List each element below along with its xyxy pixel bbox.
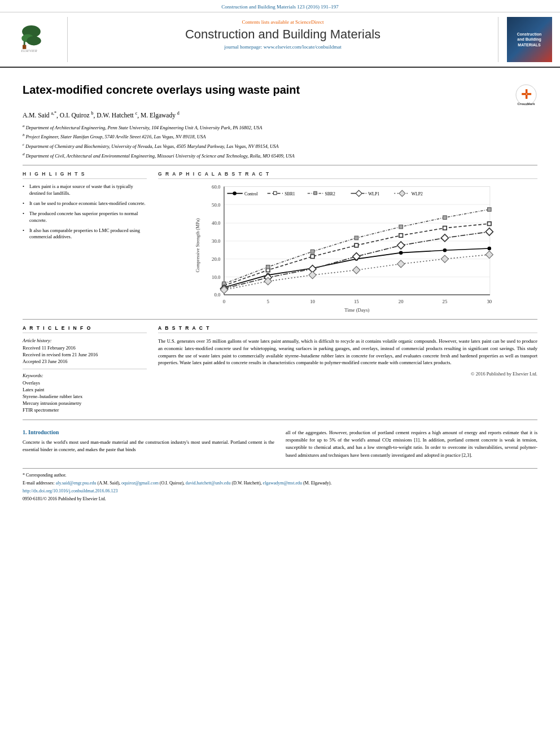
journal-header: ELSEVIER Contents lists available at Sci… — [0, 12, 560, 68]
authors-line: A.M. Said a,*, O.I. Quiroz b, D.W. Hatch… — [23, 111, 537, 119]
affiliation-b: b Project Engineer, Slater Hanifan Group… — [23, 132, 537, 141]
article-title: Latex-modified concrete overlays using w… — [23, 84, 300, 97]
body-col-right: all of the aggregates. However, producti… — [286, 429, 537, 459]
svg-text:5: 5 — [267, 299, 270, 305]
svg-text:ELSEVIER: ELSEVIER — [20, 49, 37, 53]
keyword-1: Overlays — [23, 380, 147, 386]
svg-text:20: 20 — [399, 299, 404, 305]
svg-text:✛: ✛ — [521, 88, 532, 102]
svg-text:0.0: 0.0 — [214, 292, 221, 298]
highlight-item-1: Latex paint is a major source of waste t… — [23, 184, 147, 197]
svg-point-3 — [27, 36, 41, 45]
affiliations: a Department of Architectural Engineerin… — [23, 123, 537, 159]
svg-text:30.0: 30.0 — [212, 238, 221, 244]
svg-text:50.0: 50.0 — [212, 202, 221, 208]
svg-text:40.0: 40.0 — [212, 221, 221, 226]
affiliation-c: c Department of Chemistry and Biochemist… — [23, 142, 537, 150]
corresponding-author-note: * Corresponding author. — [23, 472, 537, 478]
journal-center: Contents lists available at ScienceDirec… — [68, 17, 498, 62]
svg-text:20.0: 20.0 — [212, 256, 221, 262]
sciencedirect-line: Contents lists available at ScienceDirec… — [73, 19, 492, 25]
abstract-text: The U.S. generates over 35 million gallo… — [158, 338, 537, 366]
divider-3 — [23, 420, 537, 420]
abstract-heading: A B S T R A C T — [158, 325, 537, 333]
svg-point-41 — [488, 247, 492, 251]
body-col-left: 1. Introduction Concrete is the world's … — [23, 429, 274, 459]
svg-rect-77 — [314, 191, 317, 194]
abstract-copyright: © 2016 Published by Elsevier Ltd. — [158, 371, 537, 377]
svg-text:15: 15 — [354, 299, 359, 305]
svg-rect-53 — [399, 225, 403, 229]
svg-rect-47 — [443, 226, 447, 230]
svg-text:SBR2: SBR2 — [325, 191, 335, 196]
chart-container: 60.0 50.0 40.0 30.0 20.0 10.0 0.0 0 5 10… — [158, 184, 537, 313]
highlight-item-4: It also has comparable properties to LMC… — [23, 228, 147, 241]
article-title-row: Latex-modified concrete overlays using w… — [23, 84, 537, 106]
svg-rect-54 — [443, 216, 447, 220]
svg-text:25: 25 — [443, 299, 448, 305]
svg-rect-45 — [355, 243, 358, 247]
doi-link: http://dx.doi.org/10.1016/j.conbuildmat.… — [23, 488, 537, 494]
svg-text:0: 0 — [223, 299, 226, 305]
svg-text:30: 30 — [487, 299, 492, 305]
svg-text:Compressive Strength (MPa): Compressive Strength (MPa) — [195, 219, 200, 273]
svg-text:60.0: 60.0 — [212, 184, 221, 190]
svg-text:Time (Days): Time (Days) — [344, 307, 369, 313]
info-abstract-row: A R T I C L E I N F O Article history: R… — [23, 325, 537, 414]
journal-homepage: journal homepage: www.elsevier.com/locat… — [73, 44, 492, 50]
graphical-abstract-section: G R A P H I C A L A B S T R A C T 60.0 — [158, 171, 537, 313]
keyword-5: FTIR spectrometer — [23, 407, 147, 413]
divider-1 — [23, 165, 537, 165]
divider-2 — [23, 319, 537, 320]
highlights-heading: H I G H L I G H T S — [23, 171, 147, 179]
main-content: Latex-modified concrete overlays using w… — [0, 68, 560, 511]
svg-rect-74 — [274, 191, 277, 194]
svg-text:WLP1: WLP1 — [368, 191, 379, 196]
svg-rect-52 — [355, 236, 358, 240]
affiliation-a: a Department of Architectural Engineerin… — [23, 123, 537, 132]
svg-text:SBR1: SBR1 — [285, 191, 295, 196]
svg-point-39 — [399, 251, 403, 255]
abstract-section: A B S T R A C T The U.S. generates over … — [158, 325, 537, 414]
highlight-item-2: It can be used to produce economic latex… — [23, 200, 147, 207]
affiliation-d: d Department of Civil, Architectural and… — [23, 151, 537, 160]
journal-logo-right: Construction and Building MATERIALS — [498, 17, 554, 62]
article-info-heading: A R T I C L E I N F O — [23, 325, 147, 333]
history-label: Article history: — [23, 338, 147, 343]
svg-text:10: 10 — [310, 299, 315, 305]
keywords-label: Keywords: — [23, 373, 147, 378]
footnotes-section: * Corresponding author. E-mail addresses… — [23, 468, 537, 503]
issn-line: 0950-6181/© 2016 Published by Elsevier L… — [23, 496, 537, 502]
svg-rect-46 — [399, 234, 403, 238]
article-history: Article history: Received 11 February 20… — [23, 338, 147, 364]
keyword-3: Styrene–butadiene rubber latex — [23, 394, 147, 399]
top-bar: Construction and Building Materials 123 … — [0, 0, 560, 12]
svg-text:CrossMark: CrossMark — [517, 102, 535, 106]
journal-title: Construction and Building Materials — [73, 27, 492, 42]
body-text-row: 1. Introduction Concrete is the world's … — [23, 429, 537, 459]
elsevier-logo: ELSEVIER — [6, 17, 68, 62]
intro-heading: 1. Introduction — [23, 429, 274, 435]
graphical-abstract-heading: G R A P H I C A L A B S T R A C T — [158, 171, 537, 179]
highlights-list: Latex paint is a major source of waste t… — [23, 184, 147, 241]
keyword-4: Mercury intrusion porasimetry — [23, 400, 147, 406]
svg-point-40 — [443, 248, 447, 252]
accepted-date: Accepted 23 June 2016 — [23, 359, 147, 364]
article-info-section: A R T I C L E I N F O Article history: R… — [23, 325, 147, 414]
svg-rect-50 — [266, 265, 270, 269]
intro-col1-text: Concrete is the world's most used man-ma… — [23, 439, 274, 453]
thin-divider — [23, 369, 147, 369]
svg-text:10.0: 10.0 — [212, 274, 221, 280]
journal-reference: Construction and Building Materials 123 … — [221, 4, 338, 10]
highlight-item-3: The produced concrete has superior prope… — [23, 211, 147, 224]
svg-rect-48 — [488, 222, 492, 226]
svg-point-71 — [233, 191, 237, 195]
svg-text:Control: Control — [244, 191, 257, 196]
email-addresses: E-mail addresses: aly.said@engr.psu.edu … — [23, 480, 537, 486]
intro-col2-text: all of the aggregates. However, producti… — [286, 429, 537, 459]
svg-rect-55 — [488, 208, 492, 212]
elsevier-tree-icon: ELSEVIER — [17, 25, 51, 54]
highlights-section: H I G H L I G H T S Latex paint is a maj… — [23, 171, 147, 313]
svg-rect-44 — [310, 255, 314, 259]
received-date: Received 11 February 2016 — [23, 345, 147, 351]
